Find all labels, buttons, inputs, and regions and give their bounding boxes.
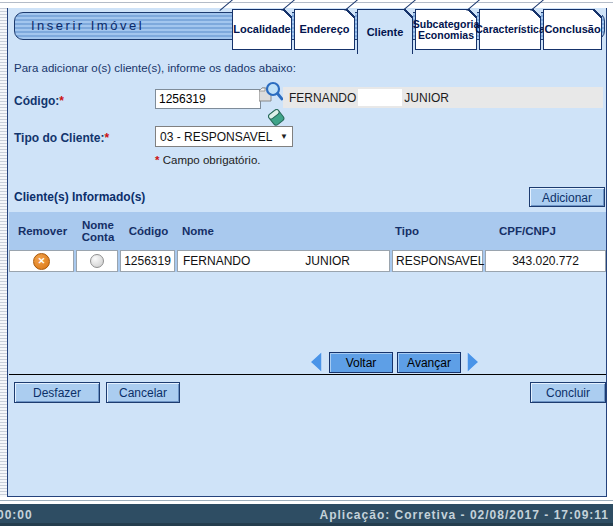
avancar-button[interactable]: Avançar	[397, 352, 461, 373]
required-asterisk: *	[155, 154, 159, 166]
application-info: Aplicação: Corretiva - 02/08/2017 - 17:0…	[320, 508, 609, 522]
app-window: Inserir Imóvel Localidade Endereço Clien…	[0, 0, 613, 526]
left-striped-border	[0, 8, 7, 497]
top-divider	[0, 2, 613, 3]
chevron-down-icon: ▼	[276, 132, 292, 141]
client-name-first: FERNANDO	[289, 91, 356, 105]
statusbar-top-divider	[0, 500, 613, 501]
separator-line	[9, 374, 606, 375]
header-cpf-cnpj: CPF/CNPJ	[485, 212, 606, 250]
tab-subcategoria-economias-label: Subcategoria Economias	[413, 19, 480, 41]
header-nome: Nome	[177, 212, 392, 250]
redacted-name-block	[358, 89, 402, 106]
tab-endereco-label: Endereço	[299, 24, 349, 35]
voltar-button[interactable]: Voltar	[329, 352, 393, 373]
tab-localidade[interactable]: Localidade	[232, 9, 292, 50]
tab-cliente[interactable]: Cliente	[357, 9, 413, 54]
desfazer-button[interactable]: Desfazer	[14, 382, 100, 403]
instruction-text: Para adicionar o(s) cliente(s), informe …	[14, 62, 296, 74]
cell-nome-conta	[76, 250, 118, 272]
tab-endereco[interactable]: Endereço	[294, 9, 355, 50]
codigo-label: Código:*	[14, 94, 64, 108]
clients-section-title: Cliente(s) Informado(s)	[14, 190, 145, 204]
tab-localidade-label: Localidade	[233, 24, 290, 35]
client-name-last: JUNIOR	[404, 91, 449, 105]
header-nome-conta: Nome Conta	[76, 212, 120, 250]
cell-cpf-cnpj: 343.020.772	[485, 250, 606, 272]
table-row: ✕ 1256319 FERNANDO JUNIOR RESPONSAVEL 34…	[9, 250, 606, 272]
main-panel: Inserir Imóvel Localidade Endereço Clien…	[7, 8, 607, 497]
tab-caracteristica-label: Característica	[475, 24, 544, 35]
tipo-cliente-label: Tipo do Cliente:*	[14, 131, 109, 145]
header-codigo: Código	[120, 212, 177, 250]
header-tipo: Tipo	[392, 212, 485, 250]
clients-table-header: Remover Nome Conta Código Nome Tipo CPF/…	[9, 212, 606, 250]
cell-remover: ✕	[9, 250, 74, 272]
cell-tipo: RESPONSAVEL	[392, 250, 483, 272]
codigo-input[interactable]	[155, 89, 261, 109]
erase-field-icon[interactable]	[266, 107, 286, 127]
tab-conclusao-label: Conclusão	[544, 24, 600, 35]
required-asterisk: *	[59, 94, 64, 108]
client-name-display: FERNANDO JUNIOR	[283, 87, 603, 108]
concluir-button[interactable]: Concluir	[530, 382, 606, 403]
tab-conclusao[interactable]: Conclusão	[543, 9, 602, 50]
remove-client-icon[interactable]: ✕	[33, 253, 50, 270]
search-client-icon[interactable]	[259, 81, 283, 105]
tipo-cliente-select[interactable]: 03 - RESPONSAVEL ▼	[155, 126, 293, 147]
cell-nome: FERNANDO JUNIOR	[177, 250, 390, 272]
tab-cliente-label: Cliente	[367, 27, 404, 38]
tipo-cliente-selected-value: 03 - RESPONSAVEL	[156, 130, 276, 144]
adicionar-button[interactable]: Adicionar	[529, 187, 605, 207]
required-asterisk: *	[104, 131, 109, 145]
back-arrow-icon	[309, 350, 323, 374]
cell-codigo: 1256319	[120, 250, 175, 272]
clients-table: Remover Nome Conta Código Nome Tipo CPF/…	[9, 212, 606, 272]
cancelar-button[interactable]: Cancelar	[106, 382, 180, 403]
status-bar: 00:00 Aplicação: Corretiva - 02/08/2017 …	[0, 504, 613, 526]
tab-caracteristica[interactable]: Característica	[479, 9, 541, 50]
tab-subcategoria-economias[interactable]: Subcategoria Economias	[415, 9, 477, 50]
nome-conta-radio[interactable]	[90, 254, 104, 268]
forward-arrow-icon	[466, 350, 480, 374]
required-field-note: * Campo obrigatório.	[155, 154, 261, 166]
header-remover: Remover	[9, 212, 76, 250]
session-timer: 00:00	[0, 508, 33, 522]
